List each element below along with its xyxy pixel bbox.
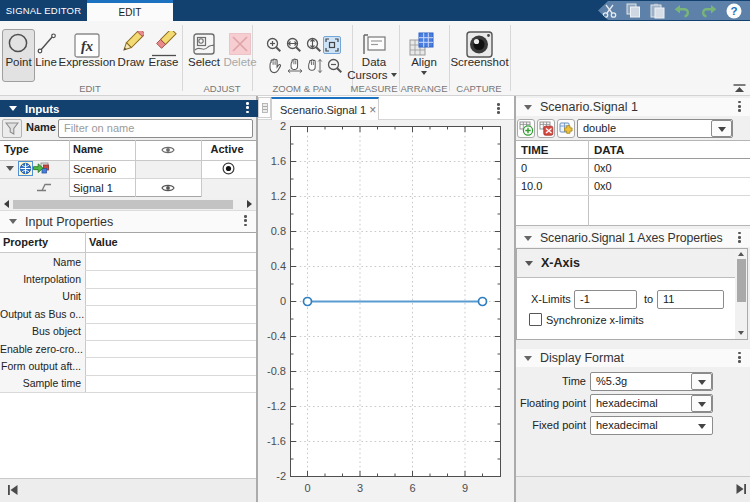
svg-text:-1.6: -1.6 (267, 435, 286, 447)
svg-text:2: 2 (280, 120, 286, 132)
svg-text:0: 0 (280, 295, 286, 307)
svg-text:0.4: 0.4 (271, 260, 286, 272)
svg-text:1.2: 1.2 (271, 190, 286, 202)
svg-text:0.8: 0.8 (271, 225, 286, 237)
svg-text:?: ? (730, 5, 737, 17)
svg-text:6: 6 (409, 482, 415, 494)
svg-text:fx: fx (81, 38, 93, 54)
svg-text:1.6: 1.6 (271, 155, 286, 167)
svg-text:0: 0 (304, 482, 310, 494)
svg-text:3: 3 (357, 482, 363, 494)
svg-text:-1.2: -1.2 (267, 400, 286, 412)
svg-text:-0.8: -0.8 (267, 365, 286, 377)
svg-text:9: 9 (462, 482, 468, 494)
svg-text:-2: -2 (276, 470, 286, 482)
svg-text:-0.4: -0.4 (267, 330, 286, 342)
